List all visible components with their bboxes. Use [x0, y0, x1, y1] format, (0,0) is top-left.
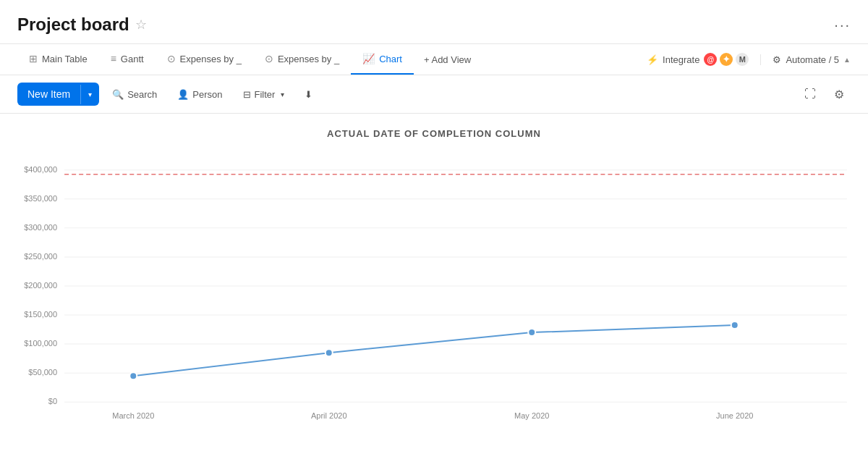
settings-button[interactable]: ⚙ — [827, 83, 851, 106]
x-label-june: June 2020 — [716, 411, 753, 420]
y-label-50k: $50,000 — [28, 368, 57, 377]
toolbar: New Item ▾ 🔍 Search 👤 Person ⊟ Filter ▾ … — [0, 75, 868, 114]
fullscreen-icon: ⛶ — [804, 88, 816, 101]
data-point-march — [129, 372, 137, 379]
x-label-april: April 2020 — [311, 411, 347, 420]
chart-tab-icon: 📈 — [362, 53, 375, 64]
new-item-button[interactable]: New Item ▾ — [17, 83, 99, 106]
integrate-icon-red: @ — [704, 53, 717, 66]
tab-main-table[interactable]: ⊞ Main Table — [17, 44, 99, 75]
tab-expenses2[interactable]: ⊙ Expenses by _ — [253, 44, 351, 75]
person-icon: 👤 — [177, 89, 189, 100]
data-line — [133, 325, 734, 376]
y-label-350k: $350,000 — [24, 194, 57, 203]
expenses2-icon: ⊙ — [265, 53, 273, 64]
y-label-250k: $250,000 — [24, 252, 57, 261]
table-icon: ⊞ — [29, 53, 38, 64]
search-button[interactable]: 🔍 Search — [105, 85, 164, 104]
new-item-dropdown-arrow[interactable]: ▾ — [80, 85, 99, 104]
tabs-right: ⚡ Integrate @ ✦ M ⚙ Automate / 5 ▲ — [647, 53, 851, 66]
header-left: Project board ☆ — [17, 14, 147, 35]
more-options-icon[interactable]: ··· — [834, 17, 851, 33]
filter-button[interactable]: ⊟ Filter ▾ — [236, 85, 292, 104]
y-label-300k: $300,000 — [24, 223, 57, 232]
y-label-400k: $400,000 — [24, 165, 57, 174]
search-icon: 🔍 — [112, 89, 124, 100]
automate-icon: ⚙ — [773, 54, 781, 65]
data-point-june — [731, 321, 739, 329]
y-label-200k: $200,000 — [24, 281, 57, 290]
filter-dropdown-arrow: ▾ — [281, 91, 284, 98]
tab-gantt[interactable]: ≡ Gantt — [99, 44, 156, 75]
integrate-button[interactable]: ⚡ Integrate @ ✦ M — [647, 53, 749, 66]
tab-expenses1[interactable]: ⊙ Expenses by _ — [156, 44, 253, 75]
chart-title: ACTUAL DATE OF COMPLETION COLUMN — [17, 128, 851, 139]
integrate-icon-m: M — [736, 53, 749, 66]
y-label-0: $0 — [48, 397, 57, 405]
chart-area: ACTUAL DATE OF COMPLETION COLUMN $400,00… — [0, 114, 868, 447]
automate-button[interactable]: ⚙ Automate / 5 ▲ — [760, 54, 851, 65]
toolbar-left: New Item ▾ 🔍 Search 👤 Person ⊟ Filter ▾ … — [17, 83, 320, 106]
star-icon[interactable]: ☆ — [135, 17, 147, 33]
integrate-icon: ⚡ — [647, 54, 658, 65]
y-label-150k: $150,000 — [24, 310, 57, 319]
data-point-may — [528, 329, 535, 336]
settings-icon: ⚙ — [834, 88, 844, 101]
download-icon: ⬇ — [305, 89, 312, 100]
chevron-up-icon: ▲ — [843, 56, 851, 64]
data-point-april — [326, 349, 333, 356]
chart-svg: $400,000 $350,000 $300,000 $250,000 $200… — [17, 151, 851, 440]
chart-container: $400,000 $350,000 $300,000 $250,000 $200… — [17, 151, 851, 440]
download-button[interactable]: ⬇ — [297, 85, 320, 104]
integrate-icon-yellow: ✦ — [720, 53, 733, 66]
header: Project board ☆ ··· — [0, 0, 868, 44]
x-label-march: March 2020 — [112, 411, 154, 420]
integrate-icons: @ ✦ M — [704, 53, 749, 66]
y-label-100k: $100,000 — [24, 339, 57, 348]
add-view-tab[interactable]: + Add View — [414, 46, 481, 74]
page-title: Project board — [17, 14, 129, 35]
filter-icon: ⊟ — [243, 89, 251, 100]
tabs-row: ⊞ Main Table ≡ Gantt ⊙ Expenses by _ ⊙ E… — [0, 44, 868, 75]
tabs-left: ⊞ Main Table ≡ Gantt ⊙ Expenses by _ ⊙ E… — [17, 44, 481, 75]
x-label-may: May 2020 — [514, 411, 549, 420]
person-button[interactable]: 👤 Person — [170, 85, 229, 104]
gantt-icon: ≡ — [111, 53, 116, 64]
tab-chart[interactable]: 📈 Chart — [351, 44, 414, 75]
expenses1-icon: ⊙ — [167, 53, 176, 64]
toolbar-right: ⛶ ⚙ — [799, 83, 851, 106]
fullscreen-button[interactable]: ⛶ — [799, 83, 822, 106]
